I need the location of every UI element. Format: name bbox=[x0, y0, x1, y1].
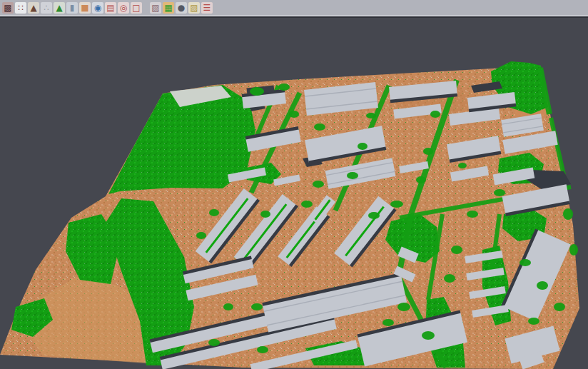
tree-blob bbox=[563, 208, 573, 220]
toolbar-icon-blue-panel[interactable]: ▮ bbox=[66, 2, 78, 14]
toolbar-icon-red-bars[interactable]: ☰ bbox=[201, 2, 213, 14]
toolbar-icon-red-grid[interactable]: ▩ bbox=[2, 2, 14, 14]
toolbar-icon-red-target[interactable]: ◎ bbox=[118, 2, 129, 14]
tree-blob bbox=[458, 163, 467, 168]
tree-blob bbox=[301, 201, 313, 208]
terrain-tile bbox=[0, 61, 579, 369]
tree-blob bbox=[314, 123, 325, 131]
tree-blob bbox=[223, 303, 233, 310]
viewport-scene[interactable] bbox=[0, 18, 588, 369]
tree-blob bbox=[260, 211, 270, 218]
toolbar-icon-yellow-export[interactable]: ▨ bbox=[188, 2, 200, 14]
toolbar-icon-globe[interactable]: ◉ bbox=[92, 2, 103, 14]
tree-blob bbox=[382, 319, 394, 326]
toolbar-icon-orange-ortho[interactable]: ■ bbox=[79, 2, 91, 14]
toolbar-icon-dark-sphere[interactable]: ● bbox=[176, 2, 187, 14]
toolbar-icon-points-pair[interactable]: ∷ bbox=[15, 2, 26, 14]
toolbar-icon-red-list[interactable]: ▤ bbox=[105, 2, 116, 14]
app-window: ▩∷▲∴▲▮■◉▤◎□▨▦●▨☰ bbox=[0, 0, 588, 369]
tree-blob bbox=[416, 176, 426, 183]
tree-blob bbox=[430, 111, 440, 118]
tree-blob bbox=[467, 211, 478, 218]
toolbar-icon-classified-map[interactable]: ▦ bbox=[163, 2, 174, 14]
tree-blob bbox=[257, 346, 268, 353]
tree-blob bbox=[397, 303, 410, 311]
toolbar-icon-green-terrain[interactable]: ▲ bbox=[54, 2, 65, 14]
tree-blob bbox=[422, 331, 435, 340]
tree-blob bbox=[250, 87, 264, 96]
tree-blob bbox=[519, 259, 531, 266]
tree-blob bbox=[196, 232, 206, 239]
tree-blob bbox=[569, 244, 578, 256]
tree-blob bbox=[537, 281, 548, 290]
toolbar-icon-gray-points[interactable]: ∴ bbox=[41, 2, 52, 14]
toolbar-icon-brown-terrain[interactable]: ▲ bbox=[28, 2, 39, 14]
tree-blob bbox=[366, 113, 376, 118]
tree-blob bbox=[208, 339, 220, 346]
tree-blob bbox=[451, 246, 462, 254]
tree-blob bbox=[358, 143, 368, 150]
tree-blob bbox=[278, 84, 290, 91]
tree-blob bbox=[390, 201, 403, 208]
tree-blob bbox=[444, 274, 455, 283]
viewport[interactable] bbox=[0, 18, 588, 369]
tree-blob bbox=[368, 212, 380, 219]
tree-blob bbox=[313, 181, 324, 188]
tree-blob bbox=[289, 111, 299, 118]
toolbar-icon-red-selection[interactable]: □ bbox=[131, 2, 142, 14]
tree-blob bbox=[494, 189, 505, 196]
tree-blob bbox=[251, 303, 263, 310]
tree-blob bbox=[528, 318, 539, 325]
tree-blob bbox=[347, 172, 358, 179]
tree-blob bbox=[423, 148, 433, 155]
toolbar-icon-gray-mesh[interactable]: ▨ bbox=[150, 2, 161, 14]
tree-blob bbox=[209, 209, 219, 216]
main-toolbar: ▩∷▲∴▲▮■◉▤◎□▨▦●▨☰ bbox=[0, 0, 588, 15]
tree-blob bbox=[554, 303, 565, 311]
